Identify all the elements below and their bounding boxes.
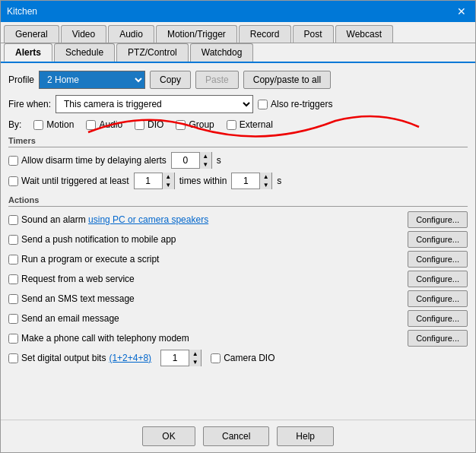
fire-when-select[interactable]: This camera is triggered	[56, 95, 253, 113]
wait-count-spinner[interactable]: ▲ ▼	[134, 173, 175, 189]
timers-label: Timers	[8, 136, 468, 147]
action-phone-row: Make a phone call with telephony modem C…	[8, 330, 468, 347]
action-alarm-checkbox[interactable]	[8, 215, 18, 225]
also-retriggers-checkbox-label[interactable]: Also re-triggers	[258, 99, 332, 109]
help-button[interactable]: Help	[277, 426, 334, 446]
action-phone-checkbox[interactable]	[8, 334, 18, 344]
disarm-spinner[interactable]: ▲ ▼	[171, 152, 212, 169]
wait-time-down[interactable]: ▼	[259, 181, 271, 189]
tab-schedule[interactable]: Schedule	[54, 43, 115, 62]
configure-email-button[interactable]: Configure...	[408, 310, 468, 327]
digital-output-checkbox[interactable]	[8, 353, 18, 363]
alarm-link[interactable]: using PC or camera speakers	[88, 214, 208, 225]
action-webservice-text: Request from a web service	[21, 274, 135, 284]
paste-button[interactable]: Paste	[195, 71, 239, 89]
wait-triggered-checkbox-label[interactable]: Wait until triggered at least	[8, 176, 129, 186]
by-motion-checkbox[interactable]	[33, 120, 43, 130]
by-audio-label[interactable]: Audio	[86, 119, 122, 130]
disarm-down-button[interactable]: ▼	[199, 160, 211, 169]
by-motion-text: Motion	[46, 119, 74, 130]
ok-button[interactable]: OK	[142, 426, 195, 446]
digital-output-spinner[interactable]: ▲ ▼	[160, 350, 202, 366]
cancel-button[interactable]: Cancel	[203, 426, 269, 446]
tab-video[interactable]: Video	[61, 25, 106, 43]
action-alarm-label[interactable]: Sound an alarm using PC or camera speake…	[8, 214, 208, 225]
wait-count-down[interactable]: ▼	[162, 181, 174, 189]
tab-webcast[interactable]: Webcast	[335, 25, 393, 43]
by-group-checkbox[interactable]	[176, 120, 186, 130]
wait-time-spinner-buttons: ▲ ▼	[259, 173, 271, 189]
by-dio-label[interactable]: DIO	[135, 119, 163, 130]
action-push-label[interactable]: Send a push notification to mobile app	[8, 234, 176, 245]
configure-push-button[interactable]: Configure...	[408, 231, 468, 248]
action-sms-checkbox[interactable]	[8, 294, 18, 304]
action-program-row: Run a program or execute a script Config…	[8, 251, 468, 268]
camera-dio-text: Camera DIO	[224, 353, 274, 363]
profile-select[interactable]: 2 Home	[39, 71, 145, 89]
configure-program-button[interactable]: Configure...	[408, 251, 468, 268]
wait-time-up[interactable]: ▲	[259, 173, 271, 181]
tab-watchdog[interactable]: Watchdog	[190, 43, 254, 62]
disarm-spinner-buttons: ▲ ▼	[199, 152, 211, 169]
action-webservice-label[interactable]: Request from a web service	[8, 274, 135, 284]
by-audio-checkbox[interactable]	[86, 120, 96, 130]
digital-output-link[interactable]: (1+2+4+8)	[109, 353, 151, 363]
tab-general[interactable]: General	[4, 25, 59, 43]
wait-triggered-checkbox[interactable]	[8, 176, 18, 186]
digital-output-row: Set digital output bits (1+2+4+8) ▲ ▼ Ca…	[8, 350, 468, 366]
configure-sms-button[interactable]: Configure...	[408, 290, 468, 307]
tab-ptz-control[interactable]: PTZ/Control	[116, 43, 189, 62]
configure-alarm-button[interactable]: Configure...	[408, 211, 468, 228]
disarm-timer-row: Allow disarm time by delaying alerts ▲ ▼…	[8, 152, 468, 169]
copy-paste-all-button[interactable]: Copy/paste to all	[243, 71, 331, 89]
fire-when-row: Fire when: This camera is triggered Also…	[8, 95, 468, 113]
by-external-checkbox[interactable]	[227, 120, 236, 130]
by-motion-label[interactable]: Motion	[33, 119, 74, 130]
by-external-label[interactable]: External	[227, 119, 273, 130]
tabs-row2: Alerts Schedule PTZ/Control Watchdog	[1, 43, 475, 63]
action-phone-label[interactable]: Make a phone call with telephony modem	[8, 333, 189, 344]
disarm-checkbox-label[interactable]: Allow disarm time by delaying alerts	[8, 155, 167, 166]
action-push-checkbox[interactable]	[8, 235, 18, 245]
camera-dio-checkbox[interactable]	[211, 353, 221, 363]
by-dio-checkbox[interactable]	[135, 120, 144, 130]
wait-count-value[interactable]	[135, 173, 162, 188]
by-audio-text: Audio	[99, 119, 122, 130]
action-program-label[interactable]: Run a program or execute a script	[8, 254, 159, 265]
also-retriggers-checkbox[interactable]	[258, 100, 268, 109]
tab-alerts[interactable]: Alerts	[4, 43, 52, 62]
action-push-left: Send a push notification to mobile app	[8, 234, 176, 245]
action-webservice-checkbox[interactable]	[8, 274, 18, 284]
close-button[interactable]: ✕	[454, 6, 469, 17]
wait-count-up[interactable]: ▲	[162, 173, 174, 181]
wait-time-spinner[interactable]: ▲ ▼	[231, 173, 272, 189]
wait-time-value[interactable]	[232, 173, 259, 188]
action-alarm-row: Sound an alarm using PC or camera speake…	[8, 211, 468, 228]
tab-motion-trigger[interactable]: Motion/Trigger	[156, 25, 237, 43]
action-program-checkbox[interactable]	[8, 255, 18, 265]
configure-webservice-button[interactable]: Configure...	[408, 271, 468, 287]
camera-dio-label[interactable]: Camera DIO	[211, 353, 274, 363]
disarm-value[interactable]	[172, 153, 199, 168]
by-row: By: Motion Audio DIO Group External	[8, 119, 468, 130]
digital-output-text: Set digital output bits	[21, 353, 106, 363]
fire-when-label: Fire when:	[8, 99, 51, 109]
action-sms-label[interactable]: Send an SMS text message	[8, 293, 135, 304]
digital-output-value[interactable]	[161, 350, 189, 366]
tab-audio[interactable]: Audio	[108, 25, 154, 43]
actions-label: Actions	[8, 195, 468, 207]
digital-output-up[interactable]: ▲	[189, 350, 201, 358]
configure-phone-button[interactable]: Configure...	[408, 330, 468, 347]
by-group-label[interactable]: Group	[176, 119, 214, 130]
action-email-checkbox[interactable]	[8, 314, 18, 324]
tab-record[interactable]: Record	[239, 25, 291, 43]
tab-post[interactable]: Post	[293, 25, 334, 43]
profile-row: Profile 2 Home Copy Paste Copy/paste to …	[8, 71, 468, 89]
digital-output-checkbox-label[interactable]: Set digital output bits (1+2+4+8)	[8, 353, 151, 363]
disarm-up-button[interactable]: ▲	[199, 152, 211, 160]
disarm-checkbox[interactable]	[8, 156, 18, 166]
digital-output-down[interactable]: ▼	[189, 358, 201, 366]
action-email-label[interactable]: Send an email message	[8, 313, 119, 324]
copy-button[interactable]: Copy	[150, 71, 191, 89]
timers-section: Timers Allow disarm time by delaying ale…	[8, 136, 468, 189]
